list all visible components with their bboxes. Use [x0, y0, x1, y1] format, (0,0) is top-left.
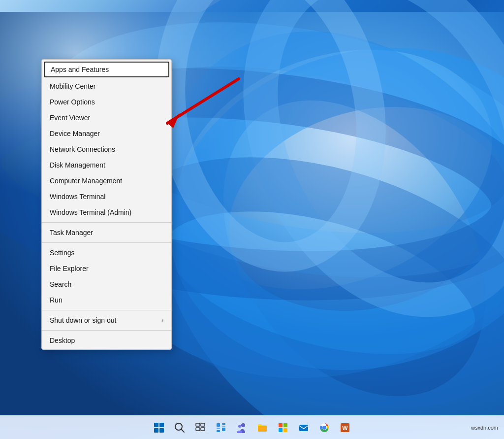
menu-item-device-manager[interactable]: Device Manager	[42, 126, 171, 141]
ms-store-button[interactable]	[273, 418, 293, 438]
svg-rect-20	[222, 426, 225, 427]
svg-rect-23	[222, 428, 225, 431]
taskbar-tray: wsxdn.com	[471, 425, 498, 431]
menu-item-windows-terminal-admin[interactable]: Windows Terminal (Admin)	[42, 204, 171, 220]
menu-separator-2	[42, 242, 171, 243]
svg-rect-27	[284, 423, 287, 427]
chrome-button[interactable]	[315, 418, 334, 438]
mail-button[interactable]	[294, 418, 314, 438]
file-explorer-icon	[257, 422, 268, 433]
menu-item-file-explorer[interactable]: File Explorer	[42, 261, 171, 276]
menu-item-task-manager[interactable]: Task Manager	[42, 225, 171, 240]
svg-point-25	[238, 425, 241, 428]
task-view-button[interactable]	[190, 418, 210, 438]
widgets-icon	[216, 422, 226, 433]
menu-item-settings[interactable]: Settings	[42, 245, 171, 261]
chrome-icon	[319, 422, 330, 433]
context-menu: Apps and Features Mobility Center Power …	[41, 59, 172, 350]
svg-line-13	[181, 429, 184, 432]
task-view-icon	[195, 422, 206, 433]
start-button[interactable]	[149, 418, 169, 438]
menu-item-event-viewer[interactable]: Event Viewer	[42, 110, 171, 126]
menu-separator-3	[42, 310, 171, 310]
menu-item-windows-terminal[interactable]: Windows Terminal	[42, 189, 171, 204]
svg-rect-22	[217, 430, 220, 432]
menu-item-computer-management[interactable]: Computer Management	[42, 173, 171, 189]
svg-point-32	[322, 426, 326, 430]
menu-item-apps-features[interactable]: Apps and Features	[44, 62, 169, 77]
svg-rect-18	[217, 423, 220, 427]
windows-logo-icon	[154, 423, 164, 433]
menu-item-network-connections[interactable]: Network Connections	[42, 141, 171, 157]
menu-separator-1	[42, 222, 171, 223]
svg-rect-28	[279, 428, 283, 432]
search-icon	[174, 422, 185, 433]
menu-item-search[interactable]: Search	[42, 276, 171, 292]
menu-separator-4	[42, 330, 171, 331]
taskbar-icons: W	[149, 418, 355, 438]
menu-item-mobility-center[interactable]: Mobility Center	[42, 78, 171, 94]
svg-rect-16	[196, 428, 200, 431]
svg-rect-17	[201, 428, 205, 431]
svg-rect-19	[222, 423, 225, 425]
mail-icon	[298, 422, 309, 433]
desktop: Apps and Features Mobility Center Power …	[0, 0, 504, 439]
svg-rect-21	[217, 428, 220, 429]
svg-rect-26	[279, 423, 283, 427]
menu-item-shut-down[interactable]: Shut down or sign out ›	[42, 312, 171, 328]
teams-icon	[236, 422, 248, 433]
svg-rect-15	[201, 423, 205, 426]
search-taskbar-button[interactable]	[170, 418, 189, 438]
extra-app-icon: W	[340, 422, 350, 433]
menu-item-run[interactable]: Run	[42, 292, 171, 308]
svg-point-24	[241, 423, 245, 427]
svg-text:W: W	[342, 425, 348, 432]
svg-rect-30	[299, 425, 308, 431]
taskbar: W wsxdn.com	[0, 415, 504, 439]
menu-item-power-options[interactable]: Power Options	[42, 94, 171, 110]
submenu-arrow-icon: ›	[161, 317, 163, 324]
svg-rect-14	[196, 423, 200, 426]
widgets-button[interactable]	[211, 418, 231, 438]
menu-item-disk-management[interactable]: Disk Management	[42, 157, 171, 173]
menu-item-desktop[interactable]: Desktop	[42, 333, 171, 348]
teams-button[interactable]	[232, 418, 252, 438]
extra-app-button[interactable]: W	[335, 418, 355, 438]
svg-rect-29	[284, 428, 287, 432]
file-explorer-button[interactable]	[252, 418, 272, 438]
ms-store-icon	[278, 422, 288, 433]
